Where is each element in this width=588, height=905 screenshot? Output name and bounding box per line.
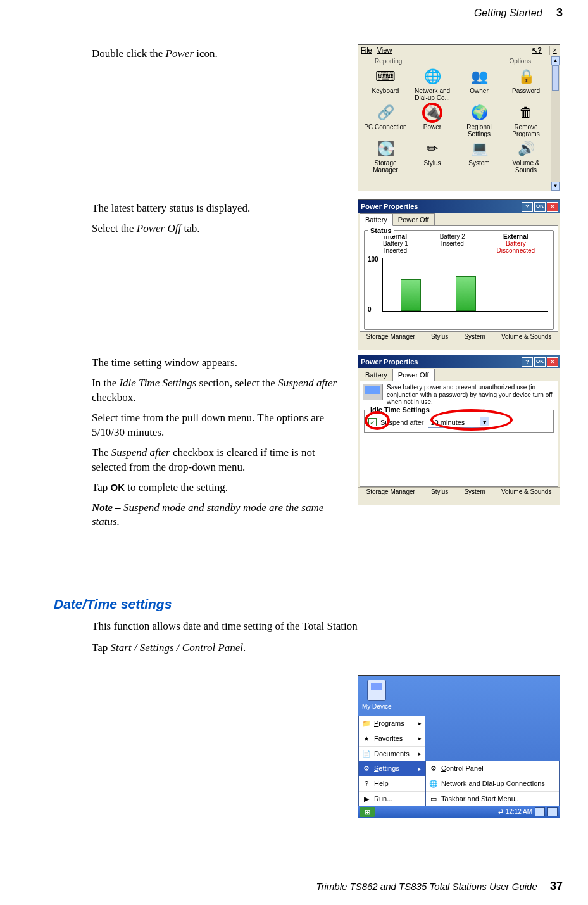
settings-submenu: ⚙Control Panel🌐Network and Dial-up Conne… [425,761,560,806]
bottom-item[interactable]: Stylus [431,334,448,340]
cut-label-left: Reporting [375,57,402,66]
pc-connection-icon: 🔗 [375,103,396,123]
system-cell[interactable]: 💻System [456,139,503,174]
submenu-item[interactable]: 🌐Network and Dial-up Connections [426,776,559,792]
submenu-item[interactable]: ⚙Control Panel [426,761,559,776]
start-menu-item[interactable]: ★Favorites▸ [359,731,425,747]
t: to complete the setting. [125,481,228,493]
start-button[interactable]: ⊞ [360,807,375,817]
menu-item-label: Programs [374,719,404,728]
bottom-item[interactable]: System [464,489,485,495]
laptop-icon [363,384,383,400]
menu-item-label: Settings [374,764,399,773]
icon-label: Regional Settings [456,124,503,137]
t: Select time from the pull down menu. The… [92,411,348,440]
tab-battery[interactable]: Battery [360,369,393,381]
close-button[interactable]: × [547,357,558,367]
password-cell[interactable]: 🔒Password [503,66,549,101]
chevron-right-icon: ▸ [418,765,422,773]
ok-button[interactable]: OK [534,357,546,367]
owner-cell[interactable]: 👥Owner [456,66,503,101]
submenu-item[interactable]: ▭Taskbar and Start Menu... [426,792,559,806]
submenu-item-label: Taskbar and Start Menu... [441,794,521,804]
step1-text: Double click the Power icon. [92,47,348,67]
tab-power-off[interactable]: Power Off [392,369,435,381]
t: Suspend after [111,446,170,459]
submenu-item-label: Network and Dial-up Connections [441,779,545,788]
idle-groupbox: Idle Time Settings ✓ Suspend after 10 mi… [364,410,554,433]
storage-cell[interactable]: 💽Storage Manager [362,139,409,174]
my-device-icon[interactable]: My Device [362,680,392,711]
bottom-item[interactable]: Stylus [431,489,448,495]
menu-item-label: Documents [374,749,410,759]
t: tab. [181,222,199,234]
scroll-up-icon[interactable]: ▲ [551,56,560,65]
tray-slot-2[interactable] [547,807,558,816]
icon-label: Password [503,88,549,95]
status-label: Status [368,226,394,236]
help-cursor-icon[interactable]: ↖? [532,46,542,55]
scroll-down-icon[interactable]: ▼ [551,182,560,191]
status-groupbox: Status InternalBattery 1InsertedBattery … [364,230,554,330]
close-icon[interactable]: × [549,46,560,55]
start-menu-item[interactable]: 📁Programs▸ [359,716,425,731]
bottom-item[interactable]: Volume & Sounds [501,334,552,340]
tray-slot-1[interactable] [535,807,545,816]
menu-item-icon: ? [362,780,371,788]
icon-label: Network and Dial-up Co... [409,88,456,101]
t: Idle Time Settings [119,377,196,389]
tab-row: Battery Power Off [358,213,560,225]
power-cell[interactable]: 🔌Power [409,103,456,137]
scrollbar-vertical[interactable]: ▲ ▼ [551,56,560,191]
volume-cell[interactable]: 🔊Volume & Sounds [503,139,549,174]
menu-file[interactable]: File [361,46,372,55]
bottom-item[interactable]: Volume & Sounds [501,489,552,495]
y-100: 100 [368,255,378,264]
tab-power-off[interactable]: Power Off [392,213,435,225]
network-tray-icon[interactable]: ⇄ [498,807,503,816]
menu-view[interactable]: View [377,46,392,55]
t: . [243,642,246,654]
icon-label: Volume & Sounds [503,160,549,174]
time-dropdown[interactable]: 10 minutes [428,417,491,429]
titlebar: Power Properties ? OK × [358,355,560,368]
ok-button[interactable]: OK [534,202,546,212]
suspend-checkbox[interactable]: ✓ [368,418,377,426]
page-footer: Trimble TS862 and TS835 Total Stations U… [316,878,563,894]
remove-cell[interactable]: 🗑Remove Programs [503,103,549,137]
pc-connection-cell[interactable]: 🔗PC Connection [362,103,409,137]
start-menu-item[interactable]: ?Help [359,776,425,792]
menu-item-icon: ▶ [362,795,371,804]
t: Tap [92,481,111,493]
bottom-item[interactable]: System [464,334,485,340]
close-button[interactable]: × [547,202,558,212]
keyboard-icon: ⌨ [375,66,396,87]
icon-label: Keyboard [362,88,409,95]
password-icon: 🔒 [516,66,536,87]
screenshot-control-panel: File View ↖? × Reporting Options ⌨Keyboa… [358,44,560,191]
submenu-item-icon: ▭ [429,795,438,804]
section-heading: Date/Time settings [54,595,172,613]
help-button[interactable]: ? [522,202,533,212]
help-button[interactable]: ? [522,357,533,367]
bottom-item[interactable]: Storage Manager [366,489,415,495]
bottom-icon-row: Storage ManagerStylusSystemVolume & Soun… [358,332,560,351]
start-menu-item[interactable]: 📄Documents▸ [359,747,425,762]
idle-title: Idle Time Settings [368,405,432,415]
regional-cell[interactable]: 🌍Regional Settings [456,103,503,137]
my-device-label: My Device [362,703,392,710]
network-cell[interactable]: 🌐Network and Dial-up Co... [409,66,456,101]
bottom-item[interactable]: Storage Manager [366,334,415,340]
submenu-item-label: Control Panel [441,764,484,773]
stylus-cell[interactable]: ✏Stylus [409,139,456,174]
titlebar: Power Properties ? OK × [358,200,560,213]
step3-text: The time setting window appears. In the … [92,356,348,535]
regional-icon: 🌍 [469,103,489,123]
t: section, select the [196,377,278,389]
start-menu-item[interactable]: ⚙Settings▸ [359,761,425,776]
scroll-thumb[interactable] [552,65,559,91]
icon-label: Power [409,124,456,131]
start-menu-item[interactable]: ▶Run... [359,792,425,806]
keyboard-cell[interactable]: ⌨Keyboard [362,66,409,101]
tab-battery[interactable]: Battery [360,213,393,226]
